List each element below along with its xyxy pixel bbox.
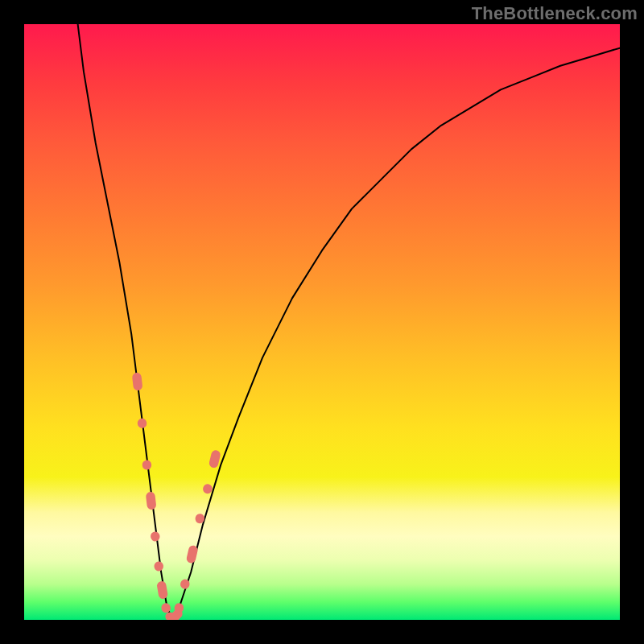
marker-point [150,531,160,542]
bottleneck-chart-svg [24,24,620,620]
svg-rect-3 [146,491,157,510]
marker-point [137,418,147,428]
marker-point [132,372,143,390]
marker-point [146,491,157,510]
svg-rect-12 [186,545,199,564]
svg-rect-5 [154,561,164,572]
svg-rect-6 [156,580,168,600]
marker-point [186,545,199,564]
svg-rect-1 [137,418,147,428]
svg-rect-0 [132,372,143,390]
marker-point [154,561,164,572]
marker-point [208,449,221,469]
svg-rect-2 [142,460,152,470]
marker-point [156,580,168,600]
marker-point [142,460,152,470]
svg-rect-15 [208,449,221,469]
chart-frame: TheBottleneck.com [0,0,644,644]
curve-bottleneck-curve [78,24,620,620]
plot-area [24,24,620,620]
svg-rect-4 [150,531,160,542]
watermark-text: TheBottleneck.com [472,3,638,24]
